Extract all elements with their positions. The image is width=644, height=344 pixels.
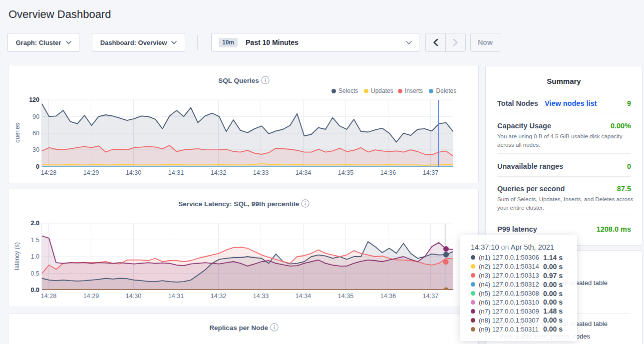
svg-text:14:28: 14:28 — [41, 169, 56, 176]
svg-text:1.0: 1.0 — [31, 253, 39, 260]
svg-text:30: 30 — [32, 146, 39, 153]
svg-text:14:32: 14:32 — [211, 169, 226, 176]
svg-text:14:37: 14:37 — [423, 293, 438, 300]
svg-text:14:36: 14:36 — [380, 169, 396, 176]
svg-text:2.0: 2.0 — [31, 220, 39, 227]
svg-text:14:34: 14:34 — [296, 169, 311, 176]
svg-text:14:29: 14:29 — [83, 169, 99, 176]
svg-text:14:33: 14:33 — [253, 169, 269, 176]
svg-text:60: 60 — [32, 130, 39, 137]
svg-text:14:28: 14:28 — [41, 293, 56, 300]
svg-text:1.5: 1.5 — [31, 237, 39, 244]
svg-text:queries: queries — [14, 123, 21, 142]
svg-text:latency (s): latency (s) — [13, 242, 20, 270]
svg-text:14:36: 14:36 — [380, 293, 396, 300]
svg-text:14:30: 14:30 — [126, 169, 141, 176]
svg-text:14:35: 14:35 — [338, 293, 353, 300]
svg-text:14:32: 14:32 — [211, 293, 226, 300]
svg-text:14:37: 14:37 — [423, 169, 438, 176]
svg-text:120: 120 — [29, 96, 39, 103]
svg-text:14:33: 14:33 — [253, 293, 269, 300]
svg-text:14:29: 14:29 — [83, 293, 99, 300]
svg-text:14:34: 14:34 — [296, 293, 311, 300]
svg-text:0.5: 0.5 — [31, 270, 39, 277]
svg-text:0.0: 0.0 — [31, 287, 39, 294]
svg-text:0: 0 — [36, 163, 39, 170]
svg-text:14:30: 14:30 — [126, 293, 141, 300]
svg-text:14:31: 14:31 — [168, 169, 184, 176]
svg-text:14:35: 14:35 — [338, 169, 353, 176]
svg-text:14:31: 14:31 — [168, 293, 184, 300]
svg-text:90: 90 — [32, 113, 39, 120]
